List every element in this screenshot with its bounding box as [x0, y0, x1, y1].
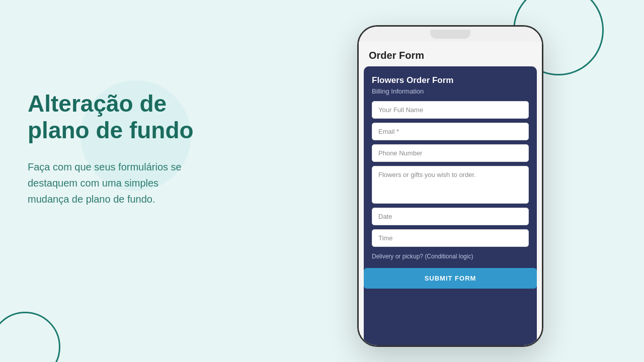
- order-form-page-title: Order Form: [369, 50, 532, 61]
- submit-form-button[interactable]: SUBMIT FORM: [364, 268, 537, 289]
- flowers-order-field[interactable]: Flowers or gifts you wish to order.: [372, 166, 529, 204]
- date-field[interactable]: Date: [372, 208, 529, 225]
- phone-notch: [430, 30, 470, 39]
- left-content-area: Alteração de plano de fundo Faça com que…: [28, 90, 279, 207]
- phone-mockup: Order Form Flowers Order Form Billing In…: [357, 25, 543, 347]
- main-heading: Alteração de plano de fundo: [28, 90, 279, 144]
- order-form-header: Order Form: [359, 42, 542, 66]
- time-field[interactable]: Time: [372, 229, 529, 247]
- form-card: Flowers Order Form Billing Information Y…: [364, 66, 537, 345]
- subtext: Faça com que seus formulários se destaqu…: [28, 159, 279, 207]
- form-card-title: Flowers Order Form: [372, 75, 529, 85]
- form-card-subtitle: Billing Information: [372, 87, 529, 95]
- phone-content: Order Form Flowers Order Form Billing In…: [359, 42, 542, 345]
- email-field[interactable]: Email *: [372, 123, 529, 140]
- full-name-field[interactable]: Your Full Name: [372, 101, 529, 119]
- decorative-circle-bottom-left: [0, 312, 60, 362]
- phone-top-bar: [359, 27, 542, 42]
- phone-number-field[interactable]: Phone Number: [372, 144, 529, 162]
- conditional-logic-label: Delivery or pickup? (Conditional logic): [372, 252, 529, 261]
